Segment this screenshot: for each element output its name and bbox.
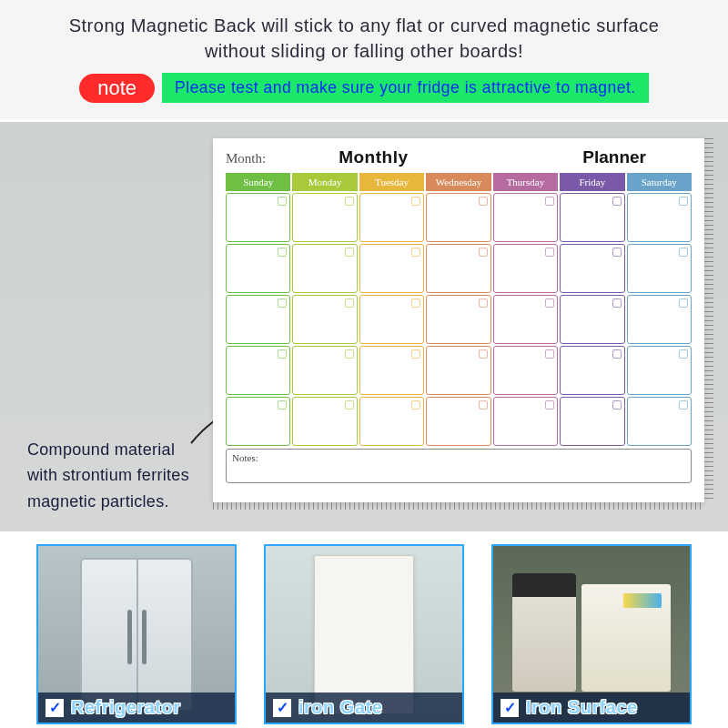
calendar-cell <box>627 346 692 395</box>
day-header-row: SundayMondayTuesdayWednesdayThursdayFrid… <box>226 173 692 191</box>
card-iron-surface: ✓ Iron Surface <box>491 544 692 724</box>
calendar-cell <box>292 295 357 344</box>
calendar-cell <box>560 295 624 344</box>
monthly-planner-board: Month: Monthly Planner SundayMondayTuesd… <box>213 138 704 502</box>
card-label-bar: ✓ Iron Surface <box>493 693 690 723</box>
checkmark-icon: ✓ <box>273 699 291 717</box>
calendar-cell <box>627 244 692 293</box>
calendar-cell <box>226 295 290 344</box>
card-refrigerator: ✓ Refrigerator <box>36 544 237 724</box>
surface-cards-row: ✓ Refrigerator ✓ iron Gate ✓ Iron Surfac… <box>0 531 728 728</box>
note-bar: note Please test and make sure your frid… <box>36 73 692 103</box>
calendar-cell <box>426 295 490 344</box>
planner-title-a: Monthly <box>266 147 582 167</box>
calendar-cell <box>359 346 424 395</box>
material-callout: Compound material with strontium ferrite… <box>27 437 209 515</box>
calendar-cell <box>493 244 558 293</box>
header-description: Strong Magnetic Back will stick to any f… <box>0 0 728 73</box>
calendar-cell <box>359 244 424 293</box>
calendar-cell <box>560 244 624 293</box>
card-text: Refrigerator <box>71 697 180 718</box>
calendar-cell <box>359 397 424 446</box>
material-text: Compound material with strontium ferrite… <box>27 440 189 511</box>
calendar-cell <box>426 346 490 395</box>
planner-title-b: Planner <box>582 147 692 167</box>
calendar-cell <box>426 244 490 293</box>
calendar-cell <box>292 397 357 446</box>
day-header: Monday <box>292 173 357 191</box>
ruler-vertical <box>704 138 713 502</box>
checkmark-icon: ✓ <box>46 699 64 717</box>
calendar-cell <box>627 193 692 242</box>
calendar-cell <box>292 193 357 242</box>
calendar-cell <box>226 397 290 446</box>
day-header: Thursday <box>493 173 558 191</box>
calendar-cell <box>560 193 624 242</box>
calendar-cell <box>493 295 558 344</box>
calendar-cell <box>426 193 490 242</box>
calendar-cell <box>226 346 290 395</box>
month-label: Month: <box>226 151 266 167</box>
ruler-horizontal <box>213 502 704 510</box>
product-area: Compound material with strontium ferrite… <box>0 122 728 531</box>
day-header: Tuesday <box>359 173 424 191</box>
calendar-cell <box>292 244 357 293</box>
calendar-cell <box>359 295 424 344</box>
card-iron-gate: ✓ iron Gate <box>264 544 464 724</box>
calendar-cell <box>493 397 558 446</box>
calendar-cell <box>627 397 692 446</box>
calendar-cell <box>359 193 424 242</box>
notes-box: Notes: <box>226 449 692 483</box>
card-label-bar: ✓ iron Gate <box>266 693 462 723</box>
card-label-bar: ✓ Refrigerator <box>38 693 235 723</box>
card-text: iron Gate <box>298 697 382 718</box>
calendar-grid <box>226 193 692 446</box>
card-text: Iron Surface <box>526 697 638 718</box>
calendar-cell <box>493 346 558 395</box>
note-message: Please test and make sure your fridge is… <box>162 73 649 103</box>
day-header: Wednesday <box>426 173 490 191</box>
calendar-cell <box>493 193 558 242</box>
calendar-cell <box>560 397 624 446</box>
calendar-cell <box>426 397 490 446</box>
calendar-cell <box>560 346 624 395</box>
calendar-cell <box>226 244 290 293</box>
calendar-cell <box>627 295 692 344</box>
planner-header: Month: Monthly Planner <box>226 147 692 167</box>
checkmark-icon: ✓ <box>500 699 519 717</box>
day-header: Saturday <box>627 173 692 191</box>
calendar-cell <box>226 193 290 242</box>
calendar-cell <box>292 346 357 395</box>
day-header: Sunday <box>226 173 290 191</box>
day-header: Friday <box>560 173 624 191</box>
note-label-pill: note <box>79 74 155 103</box>
